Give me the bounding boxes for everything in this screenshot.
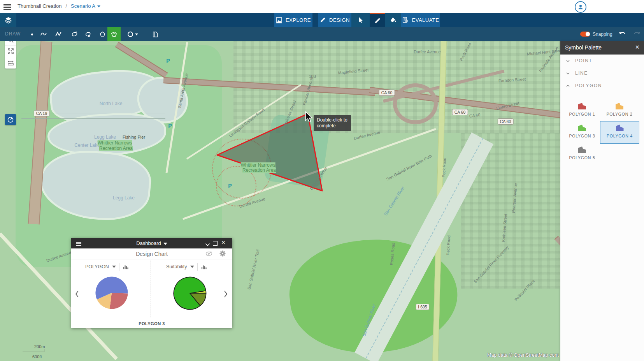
- sketch-layer-tool[interactable]: [149, 27, 162, 41]
- point-tool[interactable]: [25, 27, 39, 41]
- dashboard-subheader: Design Chart: [71, 248, 232, 259]
- redo-button[interactable]: [633, 31, 641, 38]
- breadcrumb-project: Thumbnail Creation: [18, 3, 61, 9]
- map-attribution: Map data © OpenStreetMap cont: [487, 352, 560, 358]
- visibility-button[interactable]: [205, 250, 212, 259]
- bar-chart-icon[interactable]: [123, 264, 129, 269]
- polygon-swatch-icon: [578, 125, 586, 131]
- park-trail: [216, 166, 256, 206]
- user-avatar-button[interactable]: [575, 1, 586, 13]
- draw-tool-button[interactable]: [370, 13, 385, 27]
- polygon-swatch-icon: [616, 103, 623, 109]
- tab-evaluate[interactable]: EVALUATE: [401, 13, 440, 27]
- cursor-icon: [305, 111, 313, 123]
- dashboard-title[interactable]: Dashboard: [136, 240, 161, 246]
- close-button[interactable]: ×: [221, 239, 225, 247]
- swatch-polygon-1[interactable]: POLYGON 1: [563, 100, 601, 121]
- divider: [197, 263, 198, 271]
- toolbar-divider: [145, 30, 145, 39]
- chevron-right-icon: [223, 290, 228, 298]
- breadcrumb: Thumbnail Creation/Scenario A: [18, 3, 100, 9]
- palette-title: Symbol Palette: [565, 44, 602, 51]
- pie-chart-suitability[interactable]: [172, 276, 207, 311]
- power-line: [21, 113, 165, 113]
- map-label: Peck Road: [446, 235, 451, 255]
- maximize-icon: [213, 241, 218, 246]
- swatch-label: POLYGON 2: [601, 112, 638, 116]
- chevron-left-icon: [74, 290, 80, 298]
- polygon-swatch-icon: [578, 103, 586, 109]
- swatch-polygon-5[interactable]: POLYGON 5: [563, 143, 601, 164]
- measure-icon[interactable]: [5, 57, 16, 69]
- chart-field-selector[interactable]: Suitability: [166, 264, 187, 269]
- freehand-line-tool[interactable]: [37, 27, 50, 41]
- undo-button[interactable]: [619, 31, 627, 38]
- app-window: North LakeCenter LakeLegg LakeFishing Pi…: [0, 0, 644, 361]
- dashboard-window: Dashboard × Design Chart POLYGON Suitabi…: [71, 238, 232, 328]
- breadcrumb-separator: /: [65, 3, 67, 9]
- bar-chart-icon[interactable]: [201, 264, 207, 269]
- circle-tool[interactable]: [124, 27, 142, 41]
- dashboard-titlebar[interactable]: Dashboard ×: [71, 238, 232, 248]
- chart-item-label: POLYGON 3: [71, 321, 232, 326]
- swatch-polygon-4[interactable]: POLYGON 4: [600, 121, 639, 144]
- palette-header: Symbol Palette ×: [560, 41, 644, 55]
- layers-icon: [5, 16, 12, 24]
- point-icon: [31, 33, 33, 35]
- notebook-icon: [152, 31, 158, 38]
- section-label: POINT: [575, 58, 592, 63]
- section-line[interactable]: LINE: [560, 67, 644, 80]
- scale-tick: [39, 352, 39, 354]
- tab-explore-label: EXPLORE: [286, 17, 311, 23]
- swatch-polygon-2[interactable]: POLYGON 2: [601, 100, 638, 121]
- zigzag-icon: [55, 31, 62, 37]
- fill-tool-button[interactable]: [385, 13, 401, 27]
- chart-divider: [151, 261, 151, 317]
- tab-design[interactable]: DESIGN: [318, 13, 351, 27]
- settings-button[interactable]: [219, 250, 226, 259]
- section-point[interactable]: POINT: [560, 55, 644, 67]
- carousel-prev-button[interactable]: [74, 290, 81, 299]
- lasso-polygon-tool[interactable]: [82, 27, 95, 41]
- chevron-down-icon: [205, 243, 210, 247]
- swatch-polygon-3[interactable]: POLYGON 3: [563, 122, 601, 143]
- close-icon[interactable]: ×: [635, 43, 639, 51]
- pentagon-icon: [99, 31, 106, 37]
- swatch-label: POLYGON 1: [563, 112, 601, 116]
- select-tool-button[interactable]: [351, 13, 370, 27]
- lasso-icon: [71, 31, 78, 38]
- eye-off-icon: [205, 250, 212, 257]
- map-label: San Gabriel River: [383, 185, 405, 216]
- scale-line: [23, 352, 44, 352]
- scenario-selector[interactable]: Scenario A: [71, 3, 95, 9]
- draw-tooltip: Double-click to complete: [314, 115, 351, 131]
- dashboard-toggle-button[interactable]: [5, 114, 16, 125]
- maximize-button[interactable]: [213, 241, 218, 246]
- chevron-down-icon[interactable]: [112, 266, 116, 268]
- evaluate-icon: [402, 17, 409, 23]
- chart-field-selector[interactable]: POLYGON: [85, 264, 109, 269]
- carousel-next-button[interactable]: [223, 290, 230, 299]
- power-line: [21, 118, 165, 119]
- pie-chart-polygon[interactable]: [94, 275, 129, 310]
- chevron-down-icon: [97, 5, 100, 7]
- tab-design-label: DESIGN: [329, 17, 350, 23]
- divider: [119, 263, 119, 271]
- collapse-button[interactable]: [205, 241, 210, 248]
- section-label: LINE: [575, 70, 588, 76]
- freehand-polygon-tool[interactable]: [68, 27, 81, 41]
- polyline-tool[interactable]: [52, 27, 65, 41]
- chevron-down-icon: [565, 58, 570, 63]
- snapping-toggle[interactable]: [580, 32, 590, 37]
- tab-explore[interactable]: EXPLORE: [274, 13, 312, 27]
- layers-panel-button[interactable]: [0, 13, 16, 27]
- main-menu-button[interactable]: [4, 3, 11, 11]
- chevron-down-icon[interactable]: [190, 266, 194, 268]
- lasso-node-icon: [85, 31, 92, 38]
- polygon-tool[interactable]: [96, 27, 109, 41]
- autocomplete-polygon-tool[interactable]: [107, 27, 121, 41]
- full-extent-icon[interactable]: [5, 46, 16, 57]
- scale-imperial-label: 600ft: [32, 354, 42, 359]
- section-label: POLYGON: [575, 83, 602, 88]
- section-polygon[interactable]: POLYGON: [560, 79, 644, 92]
